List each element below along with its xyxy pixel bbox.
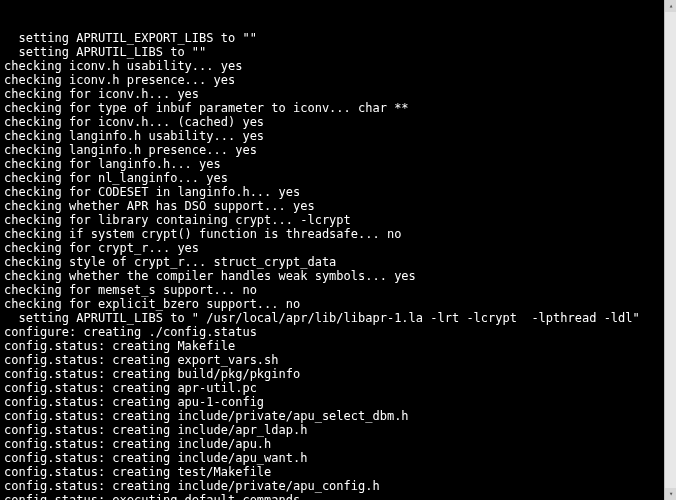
terminal-line: checking for iconv.h... (cached) yes xyxy=(4,115,660,129)
terminal-line: setting APRUTIL_LIBS to " /usr/local/apr… xyxy=(4,311,660,325)
terminal-line: config.status: creating export_vars.sh xyxy=(4,353,660,367)
terminal-line: checking for nl_langinfo... yes xyxy=(4,171,660,185)
terminal-line: checking for langinfo.h... yes xyxy=(4,157,660,171)
terminal-window[interactable]: setting APRUTIL_EXPORT_LIBS to "" settin… xyxy=(0,0,664,500)
scroll-up-button[interactable]: ▴ xyxy=(665,0,676,12)
terminal-line: checking langinfo.h usability... yes xyxy=(4,129,660,143)
terminal-line: checking for type of inbuf parameter to … xyxy=(4,101,660,115)
terminal-line: config.status: creating include/apu_want… xyxy=(4,451,660,465)
terminal-line: config.status: creating test/Makefile xyxy=(4,465,660,479)
terminal-output: setting APRUTIL_EXPORT_LIBS to "" settin… xyxy=(4,31,660,500)
terminal-line: setting APRUTIL_LIBS to "" xyxy=(4,45,660,59)
terminal-line: checking whether the compiler handles we… xyxy=(4,269,660,283)
terminal-line: checking langinfo.h presence... yes xyxy=(4,143,660,157)
terminal-line: checking for iconv.h... yes xyxy=(4,87,660,101)
terminal-line: checking for memset_s support... no xyxy=(4,283,660,297)
terminal-line: checking for crypt_r... yes xyxy=(4,241,660,255)
terminal-line: config.status: creating apu-1-config xyxy=(4,395,660,409)
terminal-line: setting APRUTIL_EXPORT_LIBS to "" xyxy=(4,31,660,45)
terminal-line: checking for explicit_bzero support... n… xyxy=(4,297,660,311)
terminal-line: checking if system crypt() function is t… xyxy=(4,227,660,241)
terminal-line: checking iconv.h usability... yes xyxy=(4,59,660,73)
terminal-line: config.status: creating Makefile xyxy=(4,339,660,353)
vertical-scrollbar[interactable]: ▴ ▾ xyxy=(664,0,676,500)
terminal-line: checking for library containing crypt...… xyxy=(4,213,660,227)
terminal-line: config.status: creating include/private/… xyxy=(4,479,660,493)
terminal-line: checking iconv.h presence... yes xyxy=(4,73,660,87)
terminal-line: checking whether APR has DSO support... … xyxy=(4,199,660,213)
terminal-line: config.status: executing default command… xyxy=(4,493,660,500)
terminal-line: config.status: creating include/apu.h xyxy=(4,437,660,451)
terminal-line: config.status: creating include/apr_ldap… xyxy=(4,423,660,437)
terminal-line: config.status: creating build/pkg/pkginf… xyxy=(4,367,660,381)
terminal-line: checking for CODESET in langinfo.h... ye… xyxy=(4,185,660,199)
terminal-line: checking style of crypt_r... struct_cryp… xyxy=(4,255,660,269)
scroll-down-button[interactable]: ▾ xyxy=(665,488,676,500)
terminal-line: configure: creating ./config.status xyxy=(4,325,660,339)
terminal-line: config.status: creating include/private/… xyxy=(4,409,660,423)
terminal-line: config.status: creating apr-util.pc xyxy=(4,381,660,395)
